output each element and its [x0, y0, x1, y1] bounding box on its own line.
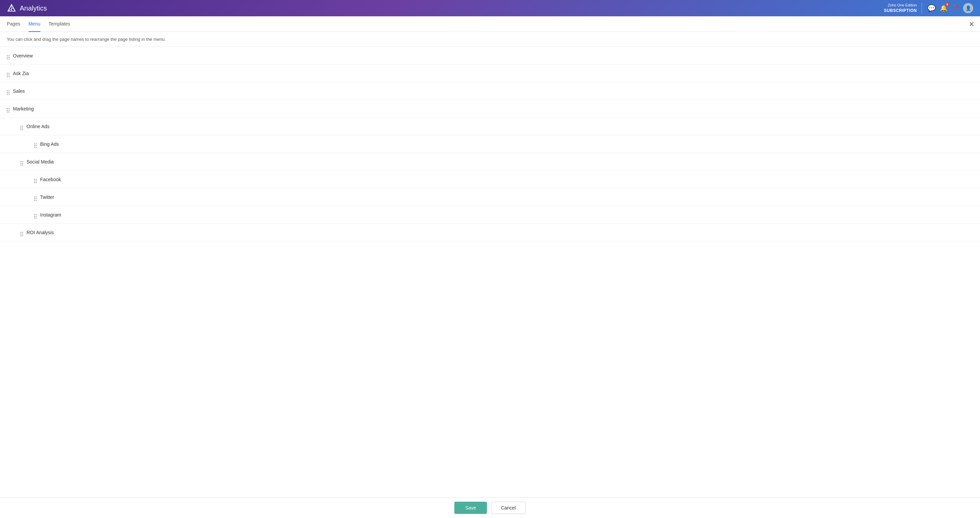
cancel-button[interactable]: Cancel: [491, 502, 526, 514]
menu-item[interactable]: Twitter: [0, 188, 980, 206]
notification-badge: 9: [945, 2, 950, 6]
tab-pages[interactable]: Pages: [7, 16, 21, 32]
app-logo: [7, 3, 16, 13]
chat-icon[interactable]: 💬: [928, 4, 936, 12]
menu-item-label: Bing Ads: [40, 142, 59, 147]
header-right: Zoho One Edition SUBSCRIPTION 💬 🔔 9 ❓ 👤: [884, 3, 973, 14]
drag-handle-icon: [7, 87, 13, 95]
drag-handle-icon: [21, 158, 27, 166]
drag-handle-icon: [34, 140, 40, 148]
menu-item[interactable]: Social Media: [0, 153, 980, 171]
menu-item[interactable]: Overview: [0, 47, 980, 65]
footer-actions: Save Cancel: [0, 497, 980, 518]
close-button[interactable]: ✕: [969, 21, 975, 27]
menu-item-label: Overview: [13, 53, 33, 59]
help-icon[interactable]: ❓: [951, 5, 959, 12]
tab-bar: Pages Menu Templates ✕: [0, 16, 980, 32]
description-text: You can click and drag the page names to…: [0, 32, 980, 47]
user-avatar[interactable]: 👤: [963, 3, 973, 13]
menu-item-label: Instagram: [40, 212, 61, 218]
menu-item-label: Twitter: [40, 194, 54, 200]
header-left: Analytics: [7, 3, 47, 13]
drag-handle-icon: [21, 122, 27, 130]
drag-handle-icon: [21, 228, 27, 236]
menu-list: OverviewAsk ZiaSalesMarketingOnline AdsB…: [0, 47, 980, 241]
main-content: Pages Menu Templates ✕ You can click and…: [0, 16, 980, 518]
menu-item[interactable]: Marketing: [0, 100, 980, 118]
app-title: Analytics: [20, 5, 47, 12]
drag-handle-icon: [7, 52, 13, 59]
menu-item[interactable]: Facebook: [0, 171, 980, 188]
menu-item[interactable]: Sales: [0, 82, 980, 100]
menu-item[interactable]: Ask Zia: [0, 65, 980, 82]
tab-templates[interactable]: Templates: [49, 16, 70, 32]
menu-item-label: Online Ads: [27, 124, 49, 129]
menu-item[interactable]: Bing Ads: [0, 135, 980, 153]
menu-item-label: Marketing: [13, 106, 33, 112]
menu-item-label: Ask Zia: [13, 71, 29, 76]
drag-handle-icon: [34, 175, 40, 183]
subscription-info: Zoho One Edition SUBSCRIPTION: [884, 3, 922, 14]
menu-item-label: Social Media: [27, 159, 54, 164]
menu-item[interactable]: Instagram: [0, 206, 980, 224]
menu-item[interactable]: Online Ads: [0, 118, 980, 135]
drag-handle-icon: [34, 211, 40, 218]
tab-menu[interactable]: Menu: [29, 16, 40, 32]
save-button[interactable]: Save: [454, 502, 487, 514]
drag-handle-icon: [7, 105, 13, 113]
menu-item[interactable]: ROI Analysis: [0, 224, 980, 241]
notification-icon[interactable]: 🔔 9: [940, 5, 947, 12]
drag-handle-icon: [7, 69, 13, 77]
drag-handle-icon: [34, 193, 40, 201]
app-header: Analytics Zoho One Edition SUBSCRIPTION …: [0, 0, 980, 16]
menu-item-label: ROI Analysis: [27, 230, 54, 235]
menu-item-label: Facebook: [40, 177, 61, 182]
menu-item-label: Sales: [13, 88, 25, 94]
